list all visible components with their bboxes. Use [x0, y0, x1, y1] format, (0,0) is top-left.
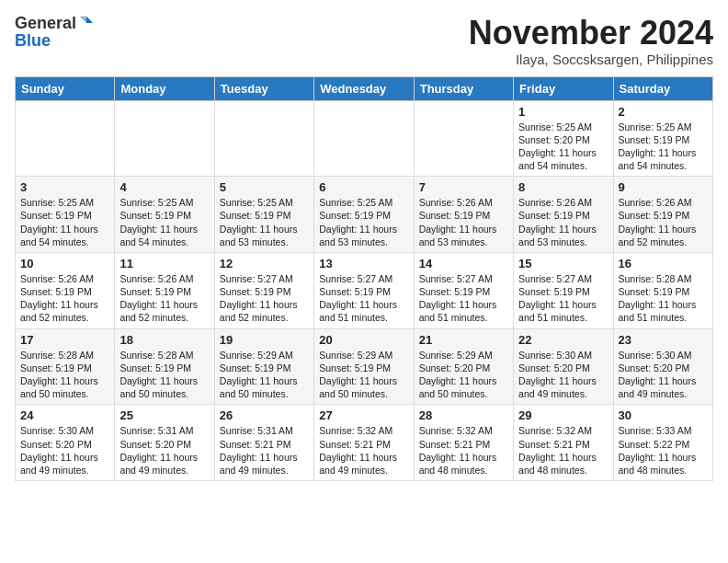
day-number: 20: [319, 333, 408, 347]
calendar-week-row: 3Sunrise: 5:25 AMSunset: 5:19 PMDaylight…: [16, 177, 713, 253]
day-number: 26: [220, 408, 309, 422]
calendar-cell: 5Sunrise: 5:25 AMSunset: 5:19 PMDaylight…: [214, 177, 313, 253]
logo-flag-icon: [78, 15, 95, 31]
location: Ilaya, Soccsksargen, Philippines: [469, 52, 713, 67]
calendar-cell: 17Sunrise: 5:28 AMSunset: 5:19 PMDayligh…: [16, 328, 115, 405]
cell-info: Sunrise: 5:26 AMSunset: 5:19 PMDaylight:…: [20, 272, 109, 325]
calendar-cell: 27Sunrise: 5:32 AMSunset: 5:21 PMDayligh…: [314, 405, 414, 481]
calendar-cell: 13Sunrise: 5:27 AMSunset: 5:19 PMDayligh…: [314, 252, 414, 328]
day-number: 14: [419, 257, 508, 270]
cell-info: Sunrise: 5:26 AMSunset: 5:19 PMDaylight:…: [518, 196, 608, 248]
title-block: November 2024 Ilaya, Soccsksargen, Phili…: [469, 15, 713, 67]
day-number: 30: [619, 408, 708, 422]
day-number: 15: [518, 257, 608, 270]
col-header-wednesday: Wednesday: [314, 76, 414, 100]
calendar-cell: 20Sunrise: 5:29 AMSunset: 5:19 PMDayligh…: [314, 328, 414, 405]
cell-info: Sunrise: 5:27 AMSunset: 5:19 PMDaylight:…: [518, 272, 608, 325]
calendar-cell: 2Sunrise: 5:25 AMSunset: 5:19 PMDaylight…: [613, 100, 712, 177]
calendar-cell: 29Sunrise: 5:32 AMSunset: 5:21 PMDayligh…: [514, 405, 613, 481]
cell-info: Sunrise: 5:26 AMSunset: 5:19 PMDaylight:…: [419, 196, 508, 248]
day-number: 25: [119, 408, 209, 422]
cell-info: Sunrise: 5:30 AMSunset: 5:20 PMDaylight:…: [619, 349, 708, 401]
cell-info: Sunrise: 5:32 AMSunset: 5:21 PMDaylight:…: [518, 424, 608, 477]
day-number: 3: [20, 180, 109, 194]
header: General Blue November 2024 Ilaya, Soccsk…: [15, 15, 713, 67]
cell-info: Sunrise: 5:29 AMSunset: 5:19 PMDaylight:…: [220, 349, 309, 401]
calendar-cell: 28Sunrise: 5:32 AMSunset: 5:21 PMDayligh…: [414, 405, 513, 481]
cell-info: Sunrise: 5:28 AMSunset: 5:19 PMDaylight:…: [119, 349, 209, 401]
calendar-cell: 26Sunrise: 5:31 AMSunset: 5:21 PMDayligh…: [214, 405, 313, 481]
day-number: 12: [220, 257, 309, 270]
month-title: November 2024: [469, 15, 713, 52]
col-header-friday: Friday: [514, 76, 613, 100]
calendar-cell: 12Sunrise: 5:27 AMSunset: 5:19 PMDayligh…: [214, 252, 313, 328]
calendar-cell: 14Sunrise: 5:27 AMSunset: 5:19 PMDayligh…: [414, 252, 513, 328]
calendar-cell: 11Sunrise: 5:26 AMSunset: 5:19 PMDayligh…: [115, 252, 214, 328]
svg-marker-1: [80, 17, 86, 23]
day-number: 2: [619, 105, 708, 119]
page: General Blue November 2024 Ilaya, Soccsk…: [0, 0, 728, 490]
cell-info: Sunrise: 5:25 AMSunset: 5:19 PMDaylight:…: [319, 196, 408, 248]
col-header-tuesday: Tuesday: [214, 76, 313, 100]
day-number: 11: [119, 257, 209, 270]
cell-info: Sunrise: 5:27 AMSunset: 5:19 PMDaylight:…: [419, 272, 508, 325]
calendar-cell: 22Sunrise: 5:30 AMSunset: 5:20 PMDayligh…: [514, 328, 613, 405]
calendar-cell: 7Sunrise: 5:26 AMSunset: 5:19 PMDaylight…: [414, 177, 513, 253]
cell-info: Sunrise: 5:28 AMSunset: 5:19 PMDaylight:…: [619, 272, 708, 325]
col-header-monday: Monday: [115, 76, 214, 100]
col-header-saturday: Saturday: [613, 76, 712, 100]
calendar-cell: [214, 100, 313, 177]
calendar-cell: 25Sunrise: 5:31 AMSunset: 5:20 PMDayligh…: [115, 405, 214, 481]
day-number: 24: [20, 408, 109, 422]
calendar-cell: 15Sunrise: 5:27 AMSunset: 5:19 PMDayligh…: [514, 252, 613, 328]
cell-info: Sunrise: 5:25 AMSunset: 5:19 PMDaylight:…: [119, 196, 209, 248]
cell-info: Sunrise: 5:26 AMSunset: 5:19 PMDaylight:…: [619, 196, 708, 248]
day-number: 6: [319, 180, 408, 194]
calendar-week-row: 1Sunrise: 5:25 AMSunset: 5:20 PMDaylight…: [16, 100, 713, 177]
svg-marker-0: [86, 17, 93, 23]
day-number: 29: [518, 408, 608, 422]
day-number: 8: [518, 180, 608, 194]
calendar-cell: 3Sunrise: 5:25 AMSunset: 5:19 PMDaylight…: [16, 177, 115, 253]
cell-info: Sunrise: 5:28 AMSunset: 5:19 PMDaylight:…: [20, 349, 109, 401]
day-number: 27: [319, 408, 408, 422]
day-number: 16: [619, 257, 708, 270]
cell-info: Sunrise: 5:29 AMSunset: 5:20 PMDaylight:…: [419, 349, 508, 401]
calendar-cell: 6Sunrise: 5:25 AMSunset: 5:19 PMDaylight…: [314, 177, 414, 253]
cell-info: Sunrise: 5:25 AMSunset: 5:19 PMDaylight:…: [220, 196, 309, 248]
logo-blue-text: Blue: [15, 32, 51, 49]
col-header-sunday: Sunday: [16, 76, 115, 100]
calendar-cell: 4Sunrise: 5:25 AMSunset: 5:19 PMDaylight…: [115, 177, 214, 253]
cell-info: Sunrise: 5:25 AMSunset: 5:19 PMDaylight:…: [619, 121, 708, 173]
day-number: 22: [518, 333, 608, 347]
day-number: 19: [220, 333, 309, 347]
calendar-cell: [314, 100, 414, 177]
cell-info: Sunrise: 5:27 AMSunset: 5:19 PMDaylight:…: [319, 272, 408, 325]
day-number: 4: [119, 180, 209, 194]
day-number: 10: [20, 257, 109, 270]
cell-info: Sunrise: 5:29 AMSunset: 5:19 PMDaylight:…: [319, 349, 408, 401]
calendar-cell: 23Sunrise: 5:30 AMSunset: 5:20 PMDayligh…: [613, 328, 712, 405]
calendar-week-row: 24Sunrise: 5:30 AMSunset: 5:20 PMDayligh…: [16, 405, 713, 481]
calendar-cell: 21Sunrise: 5:29 AMSunset: 5:20 PMDayligh…: [414, 328, 513, 405]
day-number: 28: [419, 408, 508, 422]
day-number: 9: [619, 180, 708, 194]
col-header-thursday: Thursday: [414, 76, 513, 100]
calendar-cell: 19Sunrise: 5:29 AMSunset: 5:19 PMDayligh…: [214, 328, 313, 405]
day-number: 17: [20, 333, 109, 347]
calendar-header-row: SundayMondayTuesdayWednesdayThursdayFrid…: [16, 76, 713, 100]
calendar-cell: 1Sunrise: 5:25 AMSunset: 5:20 PMDaylight…: [514, 100, 613, 177]
cell-info: Sunrise: 5:25 AMSunset: 5:20 PMDaylight:…: [518, 121, 608, 173]
calendar-cell: 24Sunrise: 5:30 AMSunset: 5:20 PMDayligh…: [16, 405, 115, 481]
day-number: 1: [518, 105, 608, 119]
calendar-cell: [115, 100, 214, 177]
logo: General Blue: [15, 15, 95, 49]
cell-info: Sunrise: 5:31 AMSunset: 5:20 PMDaylight:…: [119, 424, 209, 477]
day-number: 13: [319, 257, 408, 270]
cell-info: Sunrise: 5:30 AMSunset: 5:20 PMDaylight:…: [518, 349, 608, 401]
day-number: 5: [220, 180, 309, 194]
calendar-cell: 18Sunrise: 5:28 AMSunset: 5:19 PMDayligh…: [115, 328, 214, 405]
calendar-week-row: 17Sunrise: 5:28 AMSunset: 5:19 PMDayligh…: [16, 328, 713, 405]
cell-info: Sunrise: 5:32 AMSunset: 5:21 PMDaylight:…: [419, 424, 508, 477]
cell-info: Sunrise: 5:30 AMSunset: 5:20 PMDaylight:…: [20, 424, 109, 477]
